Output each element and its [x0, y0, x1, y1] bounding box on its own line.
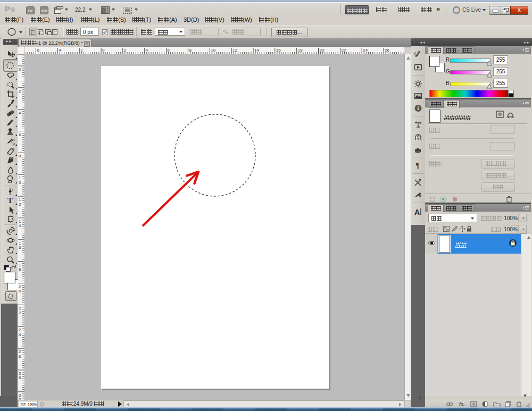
svg-text:2: 2	[19, 89, 21, 94]
svg-text:26: 26	[385, 48, 389, 53]
svg-text:2: 2	[19, 311, 21, 315]
svg-text:16: 16	[276, 48, 281, 53]
svg-text:T: T	[7, 196, 13, 205]
svg-text:0: 0	[19, 67, 21, 72]
svg-text:8: 8	[19, 267, 21, 272]
svg-text:i: i	[418, 105, 419, 111]
svg-text:Mb: Mb	[41, 9, 47, 13]
svg-text:0: 0	[19, 180, 21, 185]
svg-text:2: 2	[124, 48, 127, 53]
svg-text:8: 8	[19, 154, 21, 158]
svg-text:6: 6	[19, 354, 21, 359]
svg-text:14: 14	[254, 48, 259, 53]
svg-text:20: 20	[320, 48, 325, 53]
svg-text:6: 6	[19, 245, 21, 250]
svg-text:22: 22	[341, 48, 346, 53]
svg-text:8: 8	[189, 48, 192, 53]
svg-text:12: 12	[232, 48, 237, 53]
svg-text:6: 6	[37, 48, 39, 53]
svg-text:0: 0	[19, 289, 21, 293]
svg-text:6: 6	[19, 132, 21, 137]
svg-text:8: 8	[19, 375, 21, 380]
svg-text:A: A	[414, 208, 420, 216]
svg-text:18: 18	[298, 48, 303, 53]
svg-text:6: 6	[168, 48, 170, 53]
svg-text:4: 4	[19, 111, 21, 115]
svg-text:Br: Br	[28, 9, 33, 13]
svg-text:0: 0	[102, 48, 105, 53]
svg-text:¶: ¶	[415, 162, 420, 170]
svg-text:24: 24	[363, 48, 368, 53]
svg-text:2: 2	[80, 48, 83, 53]
svg-text:4: 4	[146, 48, 148, 53]
svg-text:2: 2	[19, 202, 21, 207]
svg-text:10: 10	[211, 48, 215, 53]
svg-text:4: 4	[59, 48, 61, 53]
svg-text:4: 4	[19, 332, 21, 337]
svg-text:4: 4	[19, 223, 21, 228]
